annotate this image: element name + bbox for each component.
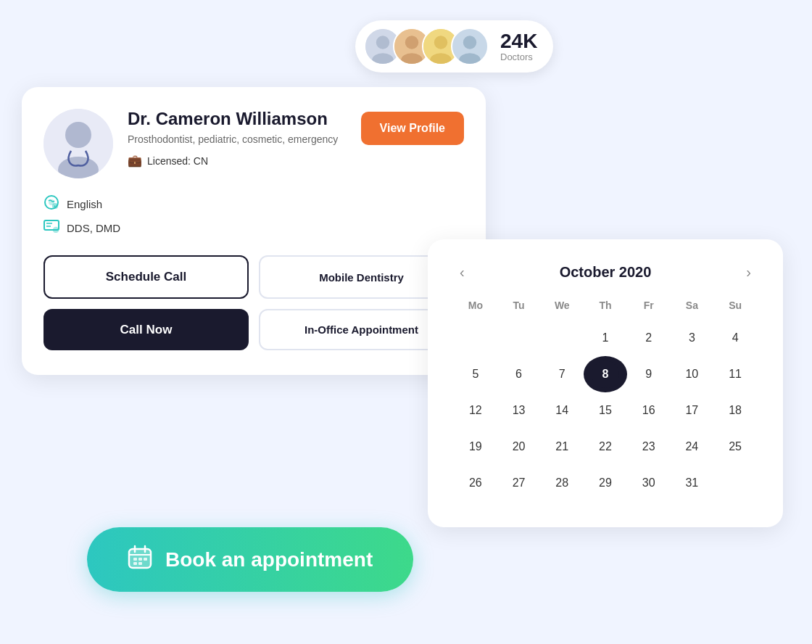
schedule-call-button[interactable]: Schedule Call (44, 255, 249, 299)
calendar-month-year: October 2020 (560, 264, 652, 281)
calendar-day-3[interactable]: 3 (671, 320, 714, 356)
calendar-day-31[interactable]: 31 (671, 465, 714, 501)
call-now-button[interactable]: Call Now (44, 309, 249, 350)
next-month-button[interactable]: › (740, 261, 757, 284)
calendar-day-6[interactable]: 6 (497, 356, 541, 392)
doctor-card: Dr. Cameron Williamson Prosthodontist, p… (22, 87, 486, 375)
briefcase-icon: 💼 (128, 154, 142, 168)
calendar-week-0: 1234 (454, 320, 757, 356)
calendar-icon (128, 545, 152, 574)
calendar-day-19[interactable]: 19 (454, 429, 497, 465)
calendar-day-13[interactable]: 13 (497, 392, 541, 429)
doctors-badge: 24K Doctors (355, 20, 553, 73)
calendar-week-3: 19202122232425 (454, 429, 757, 465)
doctors-count: 24K Doctors (500, 31, 537, 62)
calendar-day-23[interactable]: 23 (627, 429, 671, 465)
weekday-th: Th (584, 300, 627, 320)
doctor-avatar (44, 109, 113, 178)
doctors-label: Doctors (500, 51, 537, 62)
weekday-mo: Mo (454, 300, 497, 320)
svg-rect-27 (138, 558, 142, 561)
doctor-avatars (364, 28, 489, 65)
book-appointment-wrapper: Book an appointment (87, 527, 413, 592)
calendar-day-27[interactable]: 27 (497, 465, 541, 501)
weekday-fr: Fr (627, 300, 671, 320)
calendar-weekdays: Mo Tu We Th Fr Sa Su (454, 300, 757, 320)
weekday-sa: Sa (671, 300, 714, 320)
calendar-empty (540, 320, 584, 356)
svg-point-10 (463, 36, 476, 49)
calendar-day-8[interactable]: 8 (584, 356, 627, 392)
calendar-day-2[interactable]: 2 (627, 320, 671, 356)
doctor-header: Dr. Cameron Williamson Prosthodontist, p… (44, 109, 464, 178)
doctor-license: 💼 Licensed: CN (128, 154, 347, 168)
credentials-row: DDS, DMD (44, 220, 464, 236)
calendar-day-12[interactable]: 12 (454, 392, 497, 429)
certificate-icon (44, 220, 59, 236)
view-profile-button[interactable]: View Profile (361, 112, 464, 145)
calendar-day-24[interactable]: 24 (671, 429, 714, 465)
calendar-day-18[interactable]: 18 (713, 392, 757, 429)
book-appointment-label: Book an appointment (165, 548, 373, 571)
weekday-tu: Tu (497, 300, 541, 320)
svg-point-7 (434, 36, 447, 49)
calendar-day-22[interactable]: 22 (584, 429, 627, 465)
doctors-number: 24K (500, 31, 537, 51)
weekday-su: Su (713, 300, 757, 320)
svg-rect-26 (133, 558, 137, 561)
calendar-day-26[interactable]: 26 (454, 465, 497, 501)
calendar-day-14[interactable]: 14 (540, 392, 584, 429)
calendar-week-4: 262728293031 (454, 465, 757, 501)
calendar-day-10[interactable]: 10 (671, 356, 714, 392)
calendar-empty (713, 465, 757, 501)
language-row: English (44, 194, 464, 214)
calendar-week-2: 12131415161718 (454, 392, 757, 429)
credentials-text: DDS, DMD (67, 222, 120, 234)
doctor-avatar-4 (451, 28, 489, 65)
calendar-card: ‹ October 2020 › Mo Tu We Th Fr Sa Su 12… (428, 239, 783, 527)
license-text: Licensed: CN (147, 155, 208, 167)
doctor-name: Dr. Cameron Williamson (128, 109, 347, 129)
weekday-we: We (540, 300, 584, 320)
calendar-day-17[interactable]: 17 (671, 392, 714, 429)
svg-point-4 (405, 36, 418, 49)
calendar-day-21[interactable]: 21 (540, 429, 584, 465)
doctor-info: Dr. Cameron Williamson Prosthodontist, p… (128, 109, 347, 168)
calendar-day-29[interactable]: 29 (584, 465, 627, 501)
book-appointment-button[interactable]: Book an appointment (87, 527, 413, 592)
language-icon (44, 194, 59, 214)
svg-rect-30 (138, 562, 142, 565)
calendar-day-15[interactable]: 15 (584, 392, 627, 429)
language-text: English (67, 198, 102, 210)
calendar-header: ‹ October 2020 › (454, 261, 757, 284)
calendar-empty (497, 320, 541, 356)
calendar-day-1[interactable]: 1 (584, 320, 627, 356)
calendar-day-4[interactable]: 4 (713, 320, 757, 356)
svg-rect-29 (133, 562, 137, 565)
calendar-day-5[interactable]: 5 (454, 356, 497, 392)
calendar-day-30[interactable]: 30 (627, 465, 671, 501)
calendar-day-28[interactable]: 28 (540, 465, 584, 501)
svg-rect-28 (144, 558, 147, 561)
calendar-week-1: 567891011 (454, 356, 757, 392)
calendar-day-7[interactable]: 7 (540, 356, 584, 392)
doctor-details: English DDS, DMD (44, 194, 464, 236)
calendar-day-16[interactable]: 16 (627, 392, 671, 429)
prev-month-button[interactable]: ‹ (454, 261, 471, 284)
calendar-day-9[interactable]: 9 (627, 356, 671, 392)
doctor-specialty: Prosthodontist, pediatric, cosmetic, eme… (128, 133, 347, 147)
calendar-day-11[interactable]: 11 (713, 356, 757, 392)
action-buttons: Schedule Call Mobile Dentistry Call Now … (44, 255, 464, 350)
svg-point-1 (376, 36, 389, 49)
svg-point-13 (65, 122, 91, 148)
calendar-grid: Mo Tu We Th Fr Sa Su 1234567891011121314… (454, 300, 757, 501)
svg-point-21 (54, 228, 59, 233)
calendar-empty (454, 320, 497, 356)
calendar-day-20[interactable]: 20 (497, 429, 541, 465)
calendar-day-25[interactable]: 25 (713, 429, 757, 465)
calendar-body: 1234567891011121314151617181920212223242… (454, 320, 757, 501)
